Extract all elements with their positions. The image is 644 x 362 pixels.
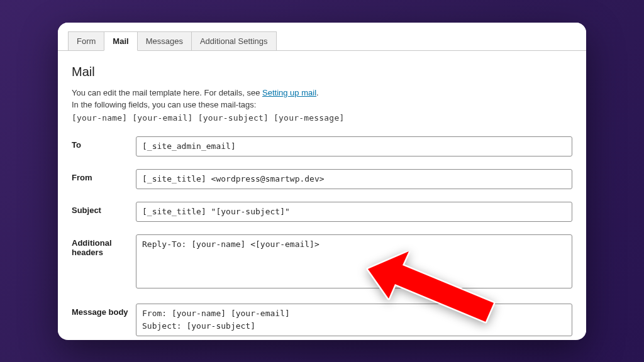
tab-mail[interactable]: Mail	[104, 31, 137, 51]
label-subject: Subject	[72, 202, 136, 215]
tab-additional-settings[interactable]: Additional Settings	[191, 31, 277, 50]
section-heading: Mail	[72, 65, 572, 79]
label-to: To	[72, 136, 136, 150]
mail-form: To From Subject Additional headers	[72, 136, 572, 339]
setting-up-mail-link[interactable]: Setting up mail	[262, 88, 316, 97]
desc-text: You can edit the mail template here. For…	[72, 88, 262, 97]
input-headers[interactable]	[136, 234, 572, 288]
row-headers: Additional headers	[72, 234, 572, 291]
desc-suffix: .	[316, 88, 319, 97]
row-body: Message body	[72, 304, 572, 339]
row-subject: Subject	[72, 202, 572, 222]
mail-content: Mail You can edit the mail template here…	[58, 51, 586, 339]
tab-bar: Form Mail Messages Additional Settings	[58, 23, 586, 51]
mail-tags-list: [your-name] [your-email] [your-subject] …	[72, 113, 572, 123]
section-description: You can edit the mail template here. For…	[72, 87, 572, 99]
label-headers: Additional headers	[72, 234, 136, 257]
row-to: To	[72, 136, 572, 156]
tab-form[interactable]: Form	[68, 31, 104, 50]
input-to[interactable]	[136, 136, 572, 156]
tab-messages[interactable]: Messages	[137, 31, 192, 50]
label-body: Message body	[72, 304, 136, 317]
input-from[interactable]	[136, 169, 572, 189]
input-subject[interactable]	[136, 202, 572, 222]
row-from: From	[72, 169, 572, 189]
settings-panel: Form Mail Messages Additional Settings M…	[58, 23, 586, 340]
mail-tags-intro: In the following fields, you can use the…	[72, 99, 572, 111]
input-body[interactable]	[136, 304, 572, 336]
label-from: From	[72, 169, 136, 182]
